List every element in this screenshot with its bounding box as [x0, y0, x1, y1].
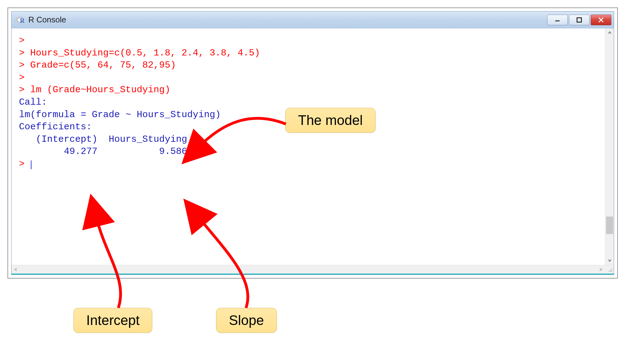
window-title: R Console	[28, 15, 547, 25]
annotation-intercept: Intercept	[73, 308, 152, 333]
svg-rect-4	[577, 18, 581, 22]
annotation-slope: Slope	[216, 308, 277, 333]
outer-frame: R R Console >> Hours_St	[7, 7, 618, 279]
maximize-icon	[576, 17, 582, 23]
close-icon	[598, 17, 604, 23]
svg-point-11	[610, 271, 611, 272]
console-output[interactable]: >> Hours_Studying=c(0.5, 1.8, 2.4, 3.8, …	[12, 28, 605, 265]
scroll-down-arrow-icon[interactable]	[605, 256, 614, 265]
svg-point-10	[609, 271, 609, 272]
console-line: >	[19, 35, 602, 47]
r-logo-icon: R	[15, 16, 25, 24]
svg-point-12	[611, 271, 612, 272]
vertical-scrollbar[interactable]	[605, 28, 614, 265]
window-controls	[547, 15, 611, 25]
scroll-left-arrow-icon[interactable]	[12, 265, 20, 274]
svg-point-8	[610, 270, 611, 270]
horizontal-scrollbar[interactable]	[12, 265, 614, 274]
r-console-window: R R Console >> Hours_St	[11, 11, 614, 275]
resize-grip-icon[interactable]	[605, 265, 614, 274]
console-line: >	[19, 158, 602, 170]
scroll-track[interactable]	[605, 37, 614, 256]
scroll-thumb[interactable]	[606, 217, 613, 234]
content-area: >> Hours_Studying=c(0.5, 1.8, 2.4, 3.8, …	[12, 28, 614, 265]
cursor	[31, 160, 31, 169]
annotation-model: The model	[285, 108, 376, 133]
hscroll-track[interactable]	[20, 265, 596, 274]
console-line: Call:	[19, 96, 602, 109]
titlebar[interactable]: R R Console	[12, 12, 614, 28]
maximize-button[interactable]	[569, 15, 590, 25]
svg-text:R: R	[20, 17, 25, 24]
svg-point-7	[611, 269, 612, 269]
window-bottom-accent	[12, 274, 614, 275]
console-line: > Hours_Studying=c(0.5, 1.8, 2.4, 3.8, 4…	[19, 47, 602, 60]
console-line: (Intercept) Hours_Studying	[19, 133, 602, 146]
svg-point-9	[611, 270, 612, 270]
scroll-right-arrow-icon[interactable]	[596, 265, 605, 274]
minimize-icon	[554, 17, 561, 23]
console-line: 49.277 9.586	[19, 146, 602, 158]
console-line: > lm (Grade~Hours_Studying)	[19, 84, 602, 96]
scroll-up-arrow-icon[interactable]	[605, 28, 614, 37]
console-line: >	[19, 72, 602, 84]
close-button[interactable]	[591, 15, 611, 25]
minimize-button[interactable]	[547, 15, 568, 25]
console-line: > Grade=c(55, 64, 75, 82,95)	[19, 59, 602, 72]
